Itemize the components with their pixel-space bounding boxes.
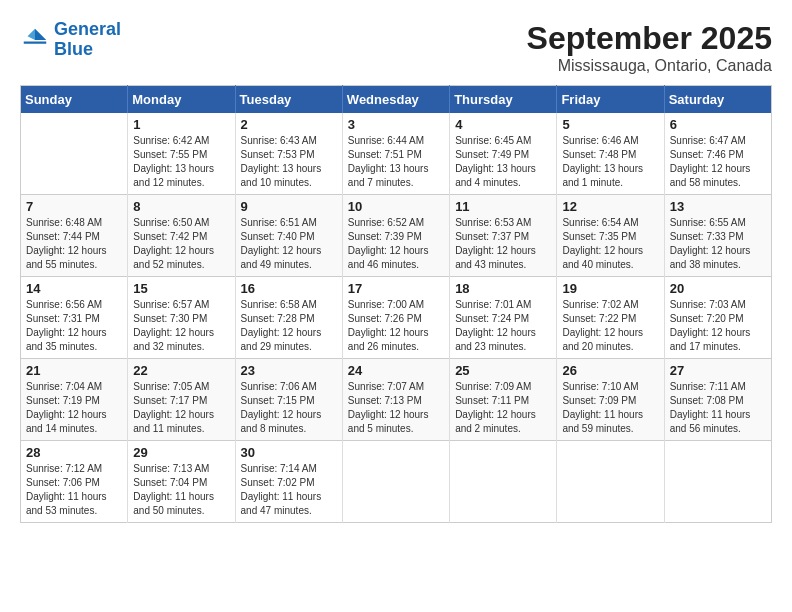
- calendar-cell: 3Sunrise: 6:44 AM Sunset: 7:51 PM Daylig…: [342, 113, 449, 195]
- calendar-cell: 12Sunrise: 6:54 AM Sunset: 7:35 PM Dayli…: [557, 195, 664, 277]
- day-info: Sunrise: 6:42 AM Sunset: 7:55 PM Dayligh…: [133, 134, 229, 190]
- day-info: Sunrise: 6:54 AM Sunset: 7:35 PM Dayligh…: [562, 216, 658, 272]
- day-info: Sunrise: 6:50 AM Sunset: 7:42 PM Dayligh…: [133, 216, 229, 272]
- calendar-cell: [450, 441, 557, 523]
- calendar-week-row: 21Sunrise: 7:04 AM Sunset: 7:19 PM Dayli…: [21, 359, 772, 441]
- day-number: 19: [562, 281, 658, 296]
- calendar-cell: 15Sunrise: 6:57 AM Sunset: 7:30 PM Dayli…: [128, 277, 235, 359]
- weekday-header: Saturday: [664, 86, 771, 114]
- day-info: Sunrise: 7:14 AM Sunset: 7:02 PM Dayligh…: [241, 462, 337, 518]
- day-info: Sunrise: 6:58 AM Sunset: 7:28 PM Dayligh…: [241, 298, 337, 354]
- calendar-cell: 23Sunrise: 7:06 AM Sunset: 7:15 PM Dayli…: [235, 359, 342, 441]
- calendar-cell: 16Sunrise: 6:58 AM Sunset: 7:28 PM Dayli…: [235, 277, 342, 359]
- calendar-cell: 7Sunrise: 6:48 AM Sunset: 7:44 PM Daylig…: [21, 195, 128, 277]
- calendar-cell: 21Sunrise: 7:04 AM Sunset: 7:19 PM Dayli…: [21, 359, 128, 441]
- svg-rect-2: [24, 41, 47, 43]
- day-number: 16: [241, 281, 337, 296]
- day-number: 15: [133, 281, 229, 296]
- day-number: 24: [348, 363, 444, 378]
- day-number: 28: [26, 445, 122, 460]
- day-info: Sunrise: 7:01 AM Sunset: 7:24 PM Dayligh…: [455, 298, 551, 354]
- calendar-cell: [342, 441, 449, 523]
- day-number: 1: [133, 117, 229, 132]
- day-number: 5: [562, 117, 658, 132]
- day-info: Sunrise: 7:02 AM Sunset: 7:22 PM Dayligh…: [562, 298, 658, 354]
- day-info: Sunrise: 7:04 AM Sunset: 7:19 PM Dayligh…: [26, 380, 122, 436]
- calendar-cell: [21, 113, 128, 195]
- day-number: 27: [670, 363, 766, 378]
- weekday-header: Sunday: [21, 86, 128, 114]
- day-number: 9: [241, 199, 337, 214]
- calendar-cell: 13Sunrise: 6:55 AM Sunset: 7:33 PM Dayli…: [664, 195, 771, 277]
- calendar-cell: 27Sunrise: 7:11 AM Sunset: 7:08 PM Dayli…: [664, 359, 771, 441]
- calendar-week-row: 14Sunrise: 6:56 AM Sunset: 7:31 PM Dayli…: [21, 277, 772, 359]
- calendar-cell: 17Sunrise: 7:00 AM Sunset: 7:26 PM Dayli…: [342, 277, 449, 359]
- day-info: Sunrise: 7:05 AM Sunset: 7:17 PM Dayligh…: [133, 380, 229, 436]
- day-info: Sunrise: 6:43 AM Sunset: 7:53 PM Dayligh…: [241, 134, 337, 190]
- day-number: 26: [562, 363, 658, 378]
- day-info: Sunrise: 6:48 AM Sunset: 7:44 PM Dayligh…: [26, 216, 122, 272]
- day-number: 2: [241, 117, 337, 132]
- logo-text: General Blue: [54, 20, 121, 60]
- svg-marker-0: [35, 29, 46, 40]
- day-info: Sunrise: 7:03 AM Sunset: 7:20 PM Dayligh…: [670, 298, 766, 354]
- weekday-header: Monday: [128, 86, 235, 114]
- logo-icon: [20, 25, 50, 55]
- calendar-cell: 6Sunrise: 6:47 AM Sunset: 7:46 PM Daylig…: [664, 113, 771, 195]
- weekday-header: Thursday: [450, 86, 557, 114]
- day-number: 6: [670, 117, 766, 132]
- day-number: 18: [455, 281, 551, 296]
- page-header: General Blue September 2025 Mississauga,…: [20, 20, 772, 75]
- day-number: 11: [455, 199, 551, 214]
- calendar-cell: 5Sunrise: 6:46 AM Sunset: 7:48 PM Daylig…: [557, 113, 664, 195]
- weekday-header: Friday: [557, 86, 664, 114]
- weekday-header: Wednesday: [342, 86, 449, 114]
- calendar-cell: [664, 441, 771, 523]
- day-info: Sunrise: 6:52 AM Sunset: 7:39 PM Dayligh…: [348, 216, 444, 272]
- day-number: 10: [348, 199, 444, 214]
- logo-line2: Blue: [54, 39, 93, 59]
- day-number: 4: [455, 117, 551, 132]
- day-number: 12: [562, 199, 658, 214]
- day-info: Sunrise: 6:53 AM Sunset: 7:37 PM Dayligh…: [455, 216, 551, 272]
- day-info: Sunrise: 7:07 AM Sunset: 7:13 PM Dayligh…: [348, 380, 444, 436]
- day-number: 25: [455, 363, 551, 378]
- location-subtitle: Mississauga, Ontario, Canada: [527, 57, 772, 75]
- calendar-week-row: 7Sunrise: 6:48 AM Sunset: 7:44 PM Daylig…: [21, 195, 772, 277]
- day-info: Sunrise: 7:11 AM Sunset: 7:08 PM Dayligh…: [670, 380, 766, 436]
- calendar-cell: [557, 441, 664, 523]
- day-number: 13: [670, 199, 766, 214]
- day-number: 22: [133, 363, 229, 378]
- day-info: Sunrise: 7:09 AM Sunset: 7:11 PM Dayligh…: [455, 380, 551, 436]
- calendar-cell: 11Sunrise: 6:53 AM Sunset: 7:37 PM Dayli…: [450, 195, 557, 277]
- day-info: Sunrise: 7:06 AM Sunset: 7:15 PM Dayligh…: [241, 380, 337, 436]
- calendar-cell: 9Sunrise: 6:51 AM Sunset: 7:40 PM Daylig…: [235, 195, 342, 277]
- calendar-cell: 30Sunrise: 7:14 AM Sunset: 7:02 PM Dayli…: [235, 441, 342, 523]
- day-info: Sunrise: 7:00 AM Sunset: 7:26 PM Dayligh…: [348, 298, 444, 354]
- day-number: 7: [26, 199, 122, 214]
- logo-line1: General: [54, 19, 121, 39]
- day-info: Sunrise: 6:56 AM Sunset: 7:31 PM Dayligh…: [26, 298, 122, 354]
- day-number: 30: [241, 445, 337, 460]
- day-number: 29: [133, 445, 229, 460]
- calendar-cell: 24Sunrise: 7:07 AM Sunset: 7:13 PM Dayli…: [342, 359, 449, 441]
- calendar-week-row: 1Sunrise: 6:42 AM Sunset: 7:55 PM Daylig…: [21, 113, 772, 195]
- calendar-cell: 2Sunrise: 6:43 AM Sunset: 7:53 PM Daylig…: [235, 113, 342, 195]
- calendar-table: SundayMondayTuesdayWednesdayThursdayFrid…: [20, 85, 772, 523]
- calendar-cell: 29Sunrise: 7:13 AM Sunset: 7:04 PM Dayli…: [128, 441, 235, 523]
- day-number: 8: [133, 199, 229, 214]
- calendar-cell: 18Sunrise: 7:01 AM Sunset: 7:24 PM Dayli…: [450, 277, 557, 359]
- day-info: Sunrise: 6:55 AM Sunset: 7:33 PM Dayligh…: [670, 216, 766, 272]
- calendar-cell: 8Sunrise: 6:50 AM Sunset: 7:42 PM Daylig…: [128, 195, 235, 277]
- calendar-header-row: SundayMondayTuesdayWednesdayThursdayFrid…: [21, 86, 772, 114]
- month-title: September 2025: [527, 20, 772, 57]
- day-info: Sunrise: 7:10 AM Sunset: 7:09 PM Dayligh…: [562, 380, 658, 436]
- day-info: Sunrise: 6:46 AM Sunset: 7:48 PM Dayligh…: [562, 134, 658, 190]
- calendar-cell: 1Sunrise: 6:42 AM Sunset: 7:55 PM Daylig…: [128, 113, 235, 195]
- svg-marker-1: [28, 29, 36, 40]
- calendar-cell: 28Sunrise: 7:12 AM Sunset: 7:06 PM Dayli…: [21, 441, 128, 523]
- day-number: 17: [348, 281, 444, 296]
- day-number: 23: [241, 363, 337, 378]
- calendar-cell: 4Sunrise: 6:45 AM Sunset: 7:49 PM Daylig…: [450, 113, 557, 195]
- weekday-header: Tuesday: [235, 86, 342, 114]
